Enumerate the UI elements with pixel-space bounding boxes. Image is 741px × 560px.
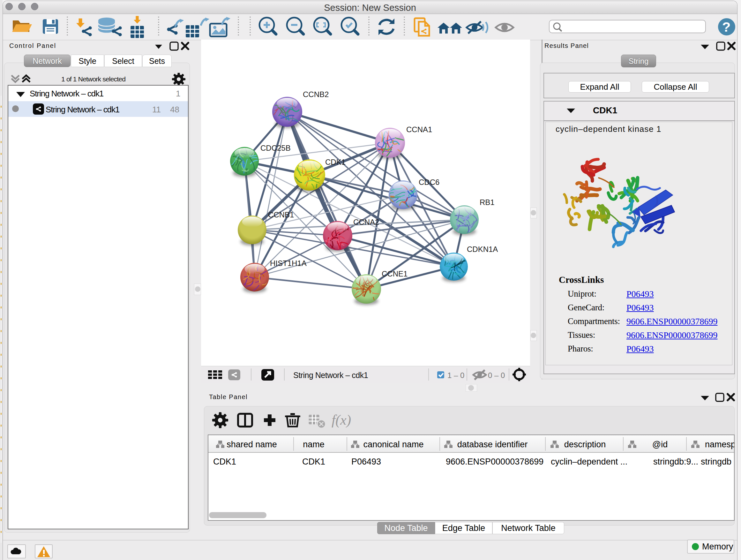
svg-text:RB1: RB1 bbox=[480, 198, 495, 206]
svg-text:HIST1H1A: HIST1H1A bbox=[270, 259, 307, 267]
svg-text:f(x): f(x) bbox=[332, 412, 351, 428]
svg-text:CDK1: CDK1 bbox=[325, 158, 346, 166]
svg-text:CCNE1: CCNE1 bbox=[382, 269, 408, 278]
svg-text:CDC25B: CDC25B bbox=[260, 144, 291, 152]
svg-text:CCNA2: CCNA2 bbox=[353, 218, 379, 226]
svg-text:CCNA1: CCNA1 bbox=[406, 125, 432, 134]
svg-text:CDKN1A: CDKN1A bbox=[467, 245, 498, 253]
svg-text:CCNB2: CCNB2 bbox=[303, 90, 329, 99]
svg-text:CCNB1: CCNB1 bbox=[268, 210, 294, 219]
svg-text:CDC6: CDC6 bbox=[419, 178, 440, 186]
